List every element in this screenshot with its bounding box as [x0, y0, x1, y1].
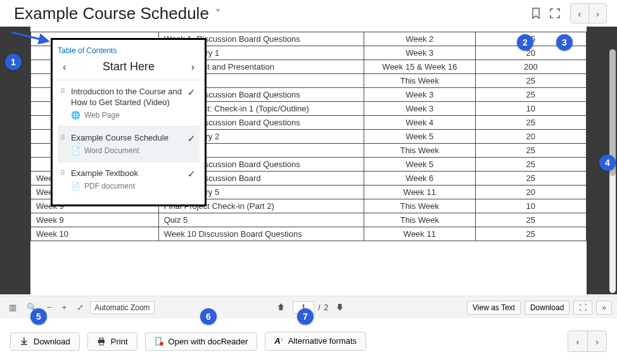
table-cell: Week 5 — [364, 130, 475, 144]
table-cell: Week 9 — [31, 213, 159, 227]
download-icon — [20, 337, 29, 346]
table-cell: 200 — [475, 60, 586, 74]
bookmark-icon[interactable] — [527, 4, 545, 22]
table-cell: Week 15 & Week 16 — [364, 60, 475, 74]
table-cell: Week 4 — [364, 116, 475, 130]
table-cell: Quiz 5 — [158, 213, 364, 227]
docreader-button[interactable]: Open with docReader — [145, 332, 258, 351]
table-cell: Week 11 — [364, 185, 475, 199]
svg-rect-2 — [99, 342, 103, 345]
check-icon: ✓ — [188, 133, 196, 144]
table-cell: 20 — [475, 130, 586, 144]
toc-item-title: Introduction to the Course and How to Ge… — [71, 87, 197, 108]
presentation-icon[interactable]: ⛶ — [573, 301, 592, 315]
table-cell: Week 2 — [364, 32, 475, 46]
drag-handle-icon[interactable]: ⠿ — [60, 88, 66, 95]
prev-item-button[interactable]: ‹ — [571, 4, 588, 23]
table-cell: 25 — [475, 74, 586, 88]
check-icon: ✓ — [188, 87, 196, 98]
toc-item-title: Example Textbook — [71, 168, 197, 179]
callout-1: 1 — [5, 54, 22, 70]
prev-item-button-bottom[interactable]: ‹ — [568, 331, 587, 351]
toc-type-label: Web Page — [84, 111, 120, 120]
toc-item[interactable]: ⠿Example Course Schedule📄Word Document✓ — [58, 126, 200, 161]
toolbar-download-button[interactable]: Download — [525, 301, 569, 315]
toc-item[interactable]: ⠿Example Textbook📄PDF document✓ — [58, 161, 200, 197]
page-title: Example Course Schedule — [14, 4, 209, 23]
table-row: Week 9Quiz 5This Week25 — [31, 213, 587, 227]
tools-menu-icon[interactable]: » — [596, 301, 612, 315]
toc-type-icon: 🌐 — [71, 111, 80, 120]
next-item-button[interactable]: › — [588, 4, 606, 23]
table-cell: Week 5 — [364, 158, 475, 172]
toc-panel: Table of Contents ‹ Start Here › ⠿Introd… — [51, 38, 207, 206]
table-row: Week 10Week 10 Discussion Board Question… — [31, 227, 587, 241]
table-cell: This Week — [364, 199, 475, 213]
toc-type-icon: 📄 — [71, 182, 80, 191]
toc-section-title: Start Here — [103, 60, 155, 73]
docreader-icon — [155, 337, 163, 346]
view-as-text-button[interactable]: View as Text — [467, 301, 521, 315]
alt-formats-button[interactable]: A↓ Alternative formats — [265, 332, 366, 350]
callout-5: 5 — [30, 308, 47, 325]
table-cell: Week 3 — [364, 46, 475, 60]
callout-2: 2 — [517, 34, 533, 51]
zoom-in-button[interactable]: + — [58, 300, 71, 315]
drag-handle-icon[interactable]: ⠿ — [60, 170, 66, 177]
drag-handle-icon[interactable]: ⠿ — [60, 134, 66, 141]
table-cell: This Week — [364, 144, 475, 158]
table-cell: Week 11 — [364, 227, 475, 241]
svg-rect-1 — [99, 338, 103, 340]
table-cell: 25 — [475, 144, 586, 158]
check-icon: ✓ — [188, 168, 196, 180]
alt-formats-label: Alternative formats — [288, 336, 357, 346]
title-menu-caret[interactable]: ˅ — [215, 8, 220, 20]
print-label: Print — [111, 337, 128, 346]
callout-7: 7 — [297, 308, 314, 325]
docreader-label: Open with docReader — [169, 337, 248, 346]
table-cell: Week 10 Discussion Board Questions — [158, 227, 364, 241]
table-cell: Week 3 — [364, 88, 475, 102]
toc-type-label: PDF document — [84, 182, 135, 191]
zoom-select[interactable]: Automatic Zoom — [90, 301, 154, 314]
sidebar-toggle-icon[interactable]: ▥ — [5, 300, 20, 315]
toc-next-section[interactable]: › — [189, 61, 197, 73]
toc-item[interactable]: ⠿Introduction to the Course and How to G… — [58, 80, 200, 126]
top-bar: Example Course Schedule ˅ ‹ › — [0, 0, 617, 27]
toc-type-label: Word Document — [84, 146, 139, 155]
table-cell: 10 — [475, 102, 586, 116]
fullscreen-icon[interactable] — [546, 4, 564, 22]
toc-section-nav: ‹ Start Here › — [58, 59, 200, 80]
vertical-scrollbar[interactable] — [609, 49, 616, 293]
zoom-reset-icon[interactable]: ⤢ — [73, 300, 87, 315]
page-down-button[interactable]: 🡇 — [332, 300, 348, 315]
download-button[interactable]: Download — [10, 332, 80, 351]
action-bar: Download Print Open with docReader A↓ Al… — [10, 329, 607, 354]
table-cell: This Week — [364, 213, 475, 227]
bottom-nav-pager: ‹ › — [568, 330, 607, 352]
callout-6: 6 — [200, 308, 217, 325]
toc-prev-section[interactable]: ‹ — [60, 61, 68, 73]
table-cell: 25 — [475, 172, 586, 185]
print-icon — [97, 337, 106, 346]
callout-4: 4 — [599, 154, 616, 171]
table-cell: 20 — [475, 185, 586, 199]
toc-heading[interactable]: Table of Contents — [58, 46, 200, 55]
table-cell: Week 10 — [31, 227, 159, 241]
table-cell: Week 3 — [364, 102, 475, 116]
print-button[interactable]: Print — [87, 332, 137, 351]
table-cell: This Week — [364, 74, 475, 88]
svg-point-4 — [160, 342, 163, 346]
table-cell: Week 6 — [364, 172, 475, 185]
table-cell: 10 — [475, 199, 586, 213]
callout-3: 3 — [556, 34, 573, 51]
page-separator: / — [318, 303, 320, 312]
page-total: 2 — [324, 303, 329, 312]
next-item-button-bottom[interactable]: › — [587, 331, 606, 351]
alt-formats-icon: A↓ — [274, 336, 283, 346]
table-cell: 25 — [475, 158, 586, 172]
table-cell: 25 — [475, 227, 586, 241]
download-label: Download — [34, 337, 70, 346]
table-cell: 25 — [475, 213, 586, 227]
page-up-button[interactable]: 🡅 — [273, 300, 289, 315]
